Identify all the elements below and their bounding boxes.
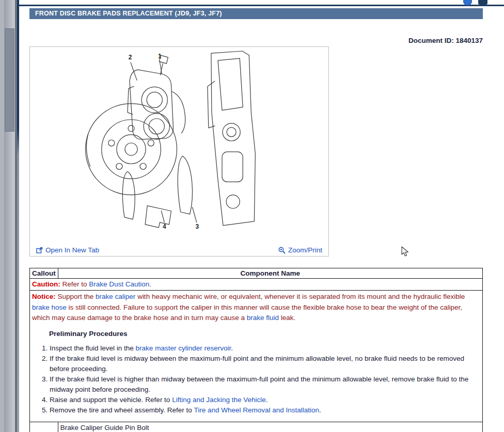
component-table: Callout Component Name Caution: Refer to… bbox=[29, 268, 483, 432]
open-in-new-tab-icon bbox=[36, 247, 43, 253]
caution-label: Caution: bbox=[32, 280, 60, 288]
brake-dust-caution-link[interactable]: Brake Dust Caution bbox=[89, 280, 149, 288]
brake-fluid-link[interactable]: brake fluid bbox=[247, 314, 279, 322]
content-left-border bbox=[17, 0, 19, 432]
list-item: If the brake fluid level is higher than … bbox=[50, 374, 480, 395]
step-text: Raise and support the vehicle. Refer to bbox=[50, 396, 172, 404]
brake-assembly-diagram: 2 1 4 3 bbox=[84, 50, 263, 233]
table-header-row: Callout Component Name bbox=[30, 268, 483, 279]
notice-paragraph: Notice: Support the brake caliper with h… bbox=[32, 292, 480, 324]
list-item: Raise and support the vehicle. Refer to … bbox=[50, 395, 480, 405]
notice-and-procedures-block: Notice: Support the brake caliper with h… bbox=[30, 291, 483, 422]
step-text-end: . bbox=[319, 406, 321, 414]
figure-link-row: Open In New Tab Zoom/Print bbox=[30, 246, 328, 254]
section-title: FRONT DISC BRAKE PADS REPLACEMENT (JD9, … bbox=[35, 10, 222, 17]
brake-caliper-link[interactable]: brake caliper bbox=[96, 293, 135, 300]
caution-text: Refer to bbox=[60, 280, 89, 288]
callout-label: 2 bbox=[129, 54, 132, 61]
notice-text-2: with heavy mechanic wire, or equivalent,… bbox=[135, 293, 465, 300]
preliminary-steps-list: Inspect the fluid level in the brake mas… bbox=[32, 343, 480, 415]
header-divider-line bbox=[19, 5, 504, 6]
tire-and-wheel-removal-link[interactable]: Tire and Wheel Removal and Installation bbox=[194, 406, 319, 414]
component-row: Brake Caliper Guide Pin Bolt bbox=[30, 422, 483, 432]
step-text: If the brake fluid level is midway betwe… bbox=[50, 355, 464, 373]
zoom-print-link[interactable]: Zoom/Print bbox=[278, 246, 322, 254]
list-item: Inspect the fluid level in the brake mas… bbox=[50, 343, 480, 354]
open-in-new-tab-link[interactable]: Open In New Tab bbox=[36, 246, 99, 254]
notice-text-4: leak. bbox=[279, 314, 295, 322]
callout-label: 3 bbox=[195, 223, 199, 230]
toolbar-icon[interactable] bbox=[478, 0, 487, 5]
zoom-print-label: Zoom/Print bbox=[288, 246, 322, 254]
component-column-header: Component Name bbox=[58, 268, 482, 279]
caution-text-block: Caution: Refer to Brake Dust Caution. bbox=[30, 279, 483, 291]
callout-column-header: Callout bbox=[30, 268, 58, 279]
brake-hose-link[interactable]: brake hose bbox=[32, 303, 67, 311]
list-item: If the brake fluid level is midway betwe… bbox=[50, 354, 480, 374]
component-row-name: Brake Caliper Guide Pin Bolt bbox=[58, 422, 482, 432]
notice-text-1: Support the bbox=[56, 293, 96, 300]
open-in-new-tab-label: Open In New Tab bbox=[45, 246, 99, 254]
preliminary-procedures-title: Preliminary Procedures bbox=[49, 329, 480, 340]
step-text-end: . bbox=[266, 396, 268, 404]
list-item: Remove the tire and wheel assembly. Refe… bbox=[50, 405, 480, 415]
lifting-and-jacking-link[interactable]: Lifting and Jacking the Vehicle bbox=[172, 396, 266, 404]
figure-panel: 2 1 4 3 Open In New Tab Zoom/Print bbox=[29, 46, 329, 257]
callout-label: 4 bbox=[163, 223, 166, 230]
mouse-cursor bbox=[401, 246, 410, 258]
component-row-callout bbox=[30, 422, 58, 432]
step-text: Inspect the fluid level in the bbox=[50, 344, 136, 352]
window-left-edge bbox=[0, 0, 4, 432]
caution-text-end: . bbox=[149, 280, 151, 288]
notice-and-procedures-row: Notice: Support the brake caliper with h… bbox=[30, 291, 483, 422]
step-text-end: . bbox=[231, 344, 233, 352]
callout-label: 1 bbox=[158, 53, 162, 60]
step-text: If the brake fluid level is higher than … bbox=[50, 375, 468, 393]
step-text: Remove the tire and wheel assembly. Refe… bbox=[50, 406, 194, 414]
brake-master-cylinder-reservoir-link[interactable]: brake master cylinder reservoir bbox=[136, 344, 231, 352]
document-id: Document ID: 1840137 bbox=[408, 37, 483, 44]
magnifier-plus-icon bbox=[278, 247, 286, 254]
left-scrollbar-thumb[interactable] bbox=[5, 28, 14, 132]
caution-row: Caution: Refer to Brake Dust Caution. bbox=[30, 279, 483, 291]
notice-label: Notice: bbox=[32, 293, 56, 300]
section-title-bar: FRONT DISC BRAKE PADS REPLACEMENT (JD9, … bbox=[29, 8, 483, 19]
